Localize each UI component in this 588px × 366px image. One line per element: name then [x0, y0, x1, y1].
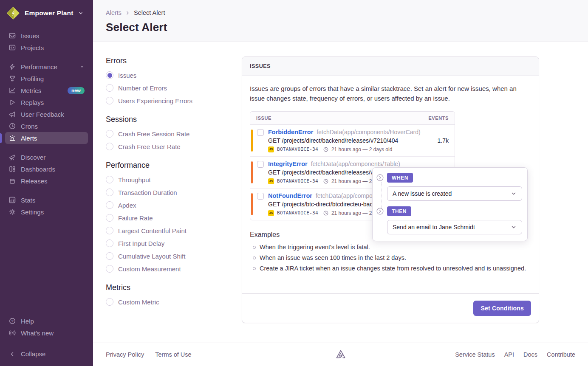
row-checkbox[interactable] — [257, 129, 264, 136]
radio[interactable] — [106, 227, 113, 234]
radio[interactable] — [106, 143, 113, 150]
radio-option-crash-free-user-rate[interactable]: Crash Free User Rate — [106, 143, 242, 150]
radio-option-cumulative-layout-shift[interactable]: Cumulative Layout Shift — [106, 252, 242, 260]
radio-option-number-of-errors[interactable]: Number of Errors — [106, 84, 242, 92]
circle-chevron-right-icon — [376, 174, 384, 181]
sidebar-item-label: Settings — [21, 208, 44, 216]
table-row[interactable]: ForbiddenError fetchData(app/components/… — [250, 125, 455, 157]
radio-option-users-experiencing-errors[interactable]: Users Experiencing Errors — [106, 97, 242, 104]
sidebar-item-help[interactable]: ? Help — [5, 315, 88, 327]
sidebar-item-alerts[interactable]: Alerts — [5, 132, 88, 144]
sidebar-item-user-feedback[interactable]: User Feedback — [5, 108, 88, 120]
radio[interactable] — [106, 214, 113, 222]
radio[interactable] — [106, 130, 113, 138]
breadcrumb: Alerts Select Alert — [106, 9, 575, 16]
radio-option-first-input-delay[interactable]: First Input Delay — [106, 239, 242, 247]
sidebar-item-label: What's new — [21, 329, 54, 337]
radio-option-apdex[interactable]: Apdex — [106, 201, 242, 209]
javascript-platform-icon: JS — [268, 210, 274, 216]
radio[interactable] — [106, 252, 113, 260]
radio-selected[interactable] — [106, 71, 113, 79]
radio[interactable] — [106, 265, 113, 273]
service-status-link[interactable]: Service Status — [455, 351, 495, 358]
row-checkbox[interactable] — [257, 193, 264, 200]
sidebar-item-label: Discover — [21, 154, 45, 161]
radio[interactable] — [106, 97, 113, 104]
radio[interactable] — [106, 176, 113, 183]
sidebar-item-profiling[interactable]: Profiling — [5, 73, 88, 84]
org-switcher[interactable]: Empower Plant — [0, 0, 93, 23]
radio-label: Number of Errors — [118, 84, 167, 92]
sidebar-nav: Issues Projects Performance Profiling — [0, 23, 93, 218]
radio-option-failure-rate[interactable]: Failure Rate — [106, 214, 242, 222]
radio-option-custom-measurement[interactable]: Custom Measurement — [106, 265, 242, 273]
when-step: WHEN A new issue is created — [376, 173, 522, 201]
sidebar-item-projects[interactable]: Projects — [5, 42, 88, 53]
sidebar-item-performance[interactable]: Performance — [5, 61, 88, 73]
radio-label: Crash Free User Rate — [118, 143, 181, 150]
alert-rules-popup: WHEN A new issue is created THEN — [372, 167, 528, 241]
example-item: Create a JIRA ticket when an issue chang… — [250, 265, 531, 272]
breadcrumb-alerts-link[interactable]: Alerts — [106, 9, 122, 16]
bar-chart-icon — [8, 196, 16, 204]
radio[interactable] — [106, 201, 113, 209]
issue-title-link[interactable]: IntegrityError — [268, 160, 308, 167]
sidebar: Empower Plant Issues Projects Perfor — [0, 0, 93, 366]
chevron-down-icon — [511, 224, 517, 230]
sidebar-item-replays[interactable]: Replays — [5, 96, 88, 108]
examples-list: When the triggering event's level is fat… — [250, 244, 531, 272]
issue-title-link[interactable]: NotFoundError — [268, 192, 312, 199]
metrics-icon — [8, 87, 16, 94]
section-title: Sessions — [106, 115, 242, 124]
sidebar-item-discover[interactable]: Discover — [5, 151, 88, 163]
sidebar-item-issues[interactable]: Issues — [5, 30, 88, 42]
sidebar-item-stats[interactable]: Stats — [5, 194, 88, 206]
performance-icon — [8, 63, 16, 70]
events-count: 1.7k — [429, 129, 450, 152]
page-footer: Privacy Policy Terms of Use Service Stat… — [93, 343, 588, 366]
when-condition-value: A new issue is created — [393, 190, 452, 197]
sidebar-item-crons[interactable]: Crons — [5, 120, 88, 132]
sidebar-item-settings[interactable]: Settings — [5, 206, 88, 218]
api-link[interactable]: API — [504, 351, 514, 358]
contribute-link[interactable]: Contribute — [547, 351, 575, 358]
sidebar-item-whats-new[interactable]: What's new — [5, 327, 88, 339]
radio[interactable] — [106, 298, 113, 306]
terms-of-use-link[interactable]: Terms of Use — [155, 351, 191, 358]
sidebar-item-dashboards[interactable]: Dashboards — [5, 163, 88, 175]
set-conditions-button[interactable]: Set Conditions — [473, 301, 531, 316]
radio-option-throughput[interactable]: Throughput — [106, 176, 242, 183]
footer-right-links: Service Status API Docs Contribute — [455, 351, 575, 358]
table-header: ISSUE EVENTS — [250, 112, 455, 125]
radio-label: Cumulative Layout Shift — [118, 253, 185, 260]
radio[interactable] — [106, 189, 113, 196]
radio-label: Issues — [118, 72, 136, 79]
then-step: THEN Send an email to Jane Schmidt — [376, 206, 522, 234]
then-action-select[interactable]: Send an email to Jane Schmidt — [387, 220, 522, 234]
megaphone-icon — [8, 110, 16, 118]
sidebar-collapse-button[interactable]: Collapse — [0, 345, 93, 366]
radio-option-custom-metric[interactable]: Custom Metric — [106, 298, 242, 306]
collapse-label: Collapse — [21, 350, 45, 358]
radio-option-transaction-duration[interactable]: Transaction Duration — [106, 189, 242, 196]
issue-title-link[interactable]: ForbiddenError — [268, 129, 313, 135]
radio[interactable] — [106, 239, 113, 247]
sidebar-item-label: Metrics — [21, 87, 41, 94]
radio-label: Largest Contentful Paint — [118, 227, 187, 234]
content: Errors Issues Number of Errors Users Exp… — [93, 42, 588, 332]
radio-option-crash-free-session-rate[interactable]: Crash Free Session Rate — [106, 130, 242, 138]
sentry-logo-icon[interactable] — [335, 349, 346, 360]
broadcast-icon — [8, 329, 16, 337]
gear-icon — [8, 208, 16, 216]
sidebar-item-metrics[interactable]: Metrics new — [5, 84, 88, 96]
page-header: Alerts Select Alert Select Alert — [93, 0, 588, 42]
radio-option-issues[interactable]: Issues — [106, 71, 242, 79]
privacy-policy-link[interactable]: Privacy Policy — [106, 351, 144, 358]
radio-option-largest-contentful-paint[interactable]: Largest Contentful Paint — [106, 227, 242, 234]
radio[interactable] — [106, 84, 113, 92]
when-condition-select[interactable]: A new issue is created — [387, 186, 522, 201]
sidebar-item-releases[interactable]: Releases — [5, 175, 88, 187]
sidebar-item-label: Performance — [21, 63, 57, 70]
row-checkbox[interactable] — [257, 161, 264, 168]
docs-link[interactable]: Docs — [523, 351, 537, 358]
